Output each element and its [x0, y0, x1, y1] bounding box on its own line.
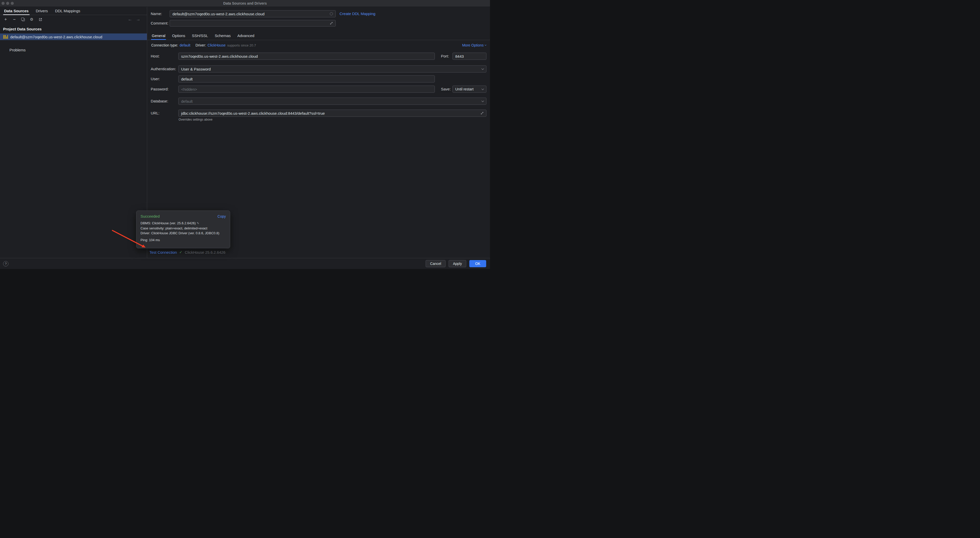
popup-header: Succeeded Copy	[140, 214, 226, 218]
tab-data-sources[interactable]: Data Sources	[0, 7, 32, 15]
password-input[interactable]: <hidden>	[178, 86, 435, 93]
minus-icon: −	[13, 17, 16, 22]
name-label: Name:	[151, 10, 162, 18]
ok-button[interactable]: OK	[469, 260, 486, 267]
url-value: jdbc:clickhouse://szm7oqed0o.us-west-2.a…	[181, 111, 325, 115]
gear-icon: ⚙	[30, 17, 33, 22]
chevron-down-icon	[482, 67, 484, 70]
section-title: Project Data Sources	[0, 24, 147, 33]
connection-type-link[interactable]: default	[180, 43, 190, 47]
duplicate-button[interactable]	[20, 16, 26, 22]
minimize-button[interactable]	[6, 2, 9, 5]
driver-link[interactable]: ClickHouse	[207, 43, 226, 47]
datasource-item[interactable]: default@szm7oqed0o.us-west-2.aws.clickho…	[0, 33, 147, 40]
chevron-down-icon	[482, 100, 484, 102]
problems-section[interactable]: Problems	[0, 48, 147, 52]
connection-type-label: Connection type:	[151, 43, 178, 47]
driver-line: Driver: ClickHouse JDBC Driver (ver. 0.8…	[140, 231, 226, 236]
forward-button[interactable]: →	[135, 16, 141, 22]
tab-label: Data Sources	[4, 9, 29, 13]
copy-link[interactable]: Copy	[217, 214, 226, 218]
chevron-down-icon	[485, 44, 487, 46]
host-label: Host:	[151, 53, 160, 60]
test-connection-popup: Succeeded Copy DBMS: ClickHouse (ver. 25…	[136, 210, 230, 248]
tab-drivers[interactable]: Drivers	[32, 7, 52, 15]
chevron-down-icon	[482, 88, 484, 90]
save-select[interactable]: Until restart	[452, 86, 487, 93]
host-value: szm7oqed0o.us-west-2.aws.clickhouse.clou…	[181, 54, 258, 59]
more-options-link[interactable]: More Options	[462, 43, 486, 48]
password-placeholder: <hidden>	[181, 87, 197, 91]
tab-label: SSH/SSL	[192, 33, 208, 38]
back-button[interactable]: ←	[127, 16, 133, 22]
tab-general[interactable]: General	[148, 32, 169, 40]
tab-ssh-ssl[interactable]: SSH/SSL	[189, 32, 211, 40]
database-select[interactable]: default	[178, 97, 487, 105]
popup-details: DBMS: ClickHouse (ver. 25.6.2.6426)✎ Cas…	[140, 221, 226, 236]
port-value: 8443	[455, 54, 464, 59]
password-label: Password:	[151, 86, 169, 93]
database-value: default	[181, 99, 192, 103]
copy-icon	[21, 18, 25, 21]
edit-icon[interactable]: ✎	[197, 221, 199, 225]
tab-label: Advanced	[237, 33, 255, 38]
tab-advanced[interactable]: Advanced	[234, 32, 258, 40]
test-connection-row: Test Connection ✓ ClickHouse 25.6.2.6426	[150, 249, 225, 255]
clickhouse-icon	[3, 35, 8, 39]
open-in-new-icon	[38, 18, 42, 21]
test-connection-link[interactable]: Test Connection	[150, 250, 177, 255]
tab-schemas[interactable]: Schemas	[211, 32, 234, 40]
add-button[interactable]: +	[3, 16, 9, 22]
tab-label: Drivers	[36, 9, 48, 13]
url-input[interactable]: jdbc:clickhouse://szm7oqed0o.us-west-2.a…	[178, 110, 487, 117]
zoom-button[interactable]	[11, 2, 14, 5]
nav-arrows: ← →	[127, 16, 144, 22]
progress-ring-icon	[330, 12, 333, 15]
open-in-new-button[interactable]	[37, 16, 43, 22]
tab-label: Schemas	[215, 33, 231, 38]
remove-button[interactable]: −	[11, 16, 18, 22]
user-input[interactable]: default	[178, 75, 435, 83]
plus-icon: +	[4, 17, 7, 22]
left-tab-bar: Data Sources Drivers DDL Mappings	[0, 7, 147, 15]
datasource-item-label: default@szm7oqed0o.us-west-2.aws.clickho…	[10, 35, 102, 39]
ping-line: Ping: 104 ms	[140, 238, 226, 242]
host-input[interactable]: szm7oqed0o.us-west-2.aws.clickhouse.clou…	[178, 53, 435, 60]
cancel-button[interactable]: Cancel	[426, 260, 445, 267]
more-options-label: More Options	[462, 43, 484, 47]
tab-label: General	[152, 33, 165, 38]
authentication-select[interactable]: User & Password	[178, 65, 487, 73]
tab-options[interactable]: Options	[169, 32, 189, 40]
left-panel: Data Sources Drivers DDL Mappings + − ⚙ …	[0, 7, 147, 258]
url-label: URL:	[151, 110, 159, 117]
expand-icon[interactable]	[480, 111, 484, 115]
create-ddl-mapping-link[interactable]: Create DDL Mapping	[339, 10, 375, 18]
authentication-value: User & Password	[181, 67, 211, 71]
tab-label: Options	[172, 33, 185, 38]
question-icon: ?	[5, 262, 6, 266]
window-controls	[2, 2, 14, 5]
tab-ddl-mappings[interactable]: DDL Mappings	[51, 7, 84, 15]
window-title: Data Sources and Drivers	[0, 0, 490, 7]
tab-label: DDL Mappings	[55, 9, 80, 13]
url-note: Overrides settings above	[178, 118, 213, 121]
port-input[interactable]: 8443	[452, 53, 487, 60]
apply-button[interactable]: Apply	[449, 260, 466, 267]
close-button[interactable]	[2, 2, 5, 5]
expand-icon[interactable]	[330, 22, 333, 25]
help-button[interactable]: ?	[3, 261, 8, 266]
database-label: Database:	[151, 97, 168, 105]
comment-label: Comment:	[151, 20, 169, 27]
datasource-toolbar: + − ⚙ ← →	[0, 15, 147, 24]
dbms-line: DBMS: ClickHouse (ver. 25.6.2.6426)✎	[140, 221, 226, 226]
driver-note: supports since 20.7	[227, 43, 256, 47]
comment-input[interactable]	[170, 20, 336, 27]
footer-bar: ? Cancel Apply OK	[0, 258, 490, 269]
user-label: User:	[151, 75, 160, 83]
titlebar: Data Sources and Drivers	[0, 0, 490, 7]
driver-label: Driver:	[196, 43, 206, 47]
settings-button[interactable]: ⚙	[29, 16, 35, 22]
check-icon: ✓	[179, 250, 183, 255]
authentication-label: Authentication:	[151, 65, 176, 73]
name-input[interactable]: default@szm7oqed0o.us-west-2.aws.clickho…	[170, 10, 336, 18]
